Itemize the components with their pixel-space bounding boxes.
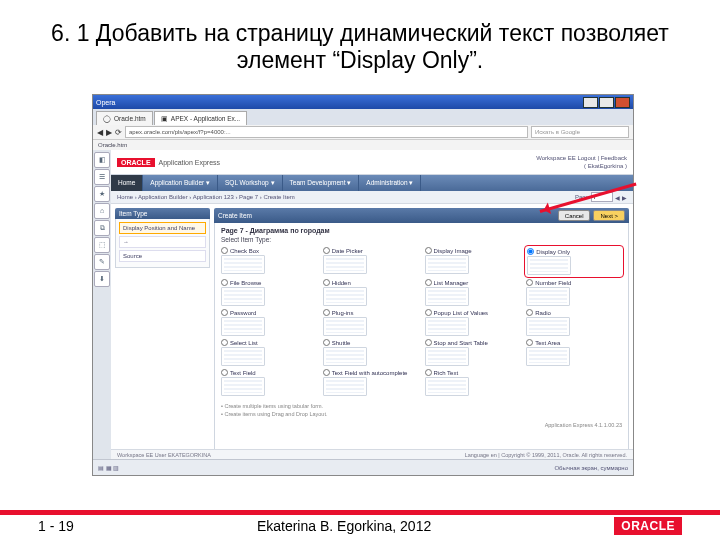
panel-icon[interactable]: ◧ <box>94 152 110 168</box>
browser-tab[interactable]: ◯Oracle.htm <box>96 111 153 125</box>
panel-icon[interactable]: ★ <box>94 186 110 202</box>
maximize-button[interactable] <box>599 97 614 108</box>
slide-title: 6. 1 Добавить на страницу динамический т… <box>0 0 720 82</box>
back-icon[interactable]: ◀ <box>97 128 103 137</box>
forward-icon[interactable]: ▶ <box>106 128 112 137</box>
panel-icon[interactable]: ⌂ <box>94 203 110 219</box>
browser-tabs: ◯Oracle.htm ▣APEX - Application Ex... <box>93 109 633 125</box>
next-page-icon[interactable]: ▶ <box>622 194 627 201</box>
wizard-main: Create Item Cancel Next > Page 7 - Диагр… <box>214 208 629 458</box>
panel-icon[interactable]: ✎ <box>94 254 110 270</box>
url-bar: ◀ ▶ ⟳ apex.oracle.com/pls/apex/f?p=4000:… <box>93 125 633 140</box>
nav-sql[interactable]: SQL Workshop ▾ <box>218 175 283 191</box>
wizard-sidebar: Item Type Display Position and Name → So… <box>115 208 210 458</box>
item-type-option[interactable]: Radio <box>526 309 622 336</box>
item-type-option[interactable]: Date Picker <box>323 247 419 276</box>
apex-header: ORACLE Application Express Workspace EE … <box>111 150 633 175</box>
search-input[interactable]: Искать в Google <box>531 126 629 138</box>
cancel-button[interactable]: Cancel <box>558 210 591 221</box>
item-type-option[interactable]: Stop and Start Table <box>425 339 521 366</box>
page-heading: Page 7 - Диаграмма по городам <box>221 227 622 234</box>
item-type-option[interactable]: Text Field with autocomplete <box>323 369 419 396</box>
panel-icon[interactable]: ⬇ <box>94 271 110 287</box>
item-type-option[interactable]: Text Field <box>221 369 317 396</box>
window-titlebar: Opera <box>93 95 633 109</box>
oracle-logo: ORACLE <box>117 158 155 167</box>
panel-icon[interactable]: ⬚ <box>94 237 110 253</box>
apex-nav: Home Application Builder ▾ SQL Workshop … <box>111 175 633 191</box>
next-button[interactable]: Next > <box>593 210 625 221</box>
item-type-option[interactable]: File Browse <box>221 279 317 306</box>
browser-statusbar: ▤ ▦ ▥ Обычная экран, суммарно <box>93 459 633 475</box>
opera-icon: ◯ <box>103 115 111 123</box>
close-button[interactable] <box>615 97 630 108</box>
page-number: 1 - 19 <box>38 518 74 534</box>
main-header: Create Item Cancel Next > <box>214 208 629 223</box>
product-name: Application Express <box>159 159 220 166</box>
oracle-footer-logo: ORACLE <box>614 517 682 535</box>
panel-icon[interactable]: ⧉ <box>94 220 110 236</box>
panel-icon[interactable]: ☰ <box>94 169 110 185</box>
wizard-step[interactable]: Display Position and Name <box>119 222 206 234</box>
item-type-option[interactable]: Rich Text <box>425 369 521 396</box>
version-text: Application Express 4.1.1.00.23 <box>221 422 622 428</box>
wizard-step[interactable]: Source <box>119 250 206 262</box>
wizard-header: Item Type <box>115 208 210 219</box>
item-type-option[interactable]: Check Box <box>221 247 317 276</box>
prev-page-icon[interactable]: ◀ <box>615 194 620 201</box>
slide-footer: 1 - 19 Ekaterina B. Egorkina, 2012 ORACL… <box>0 510 720 540</box>
item-type-option[interactable]: Password <box>221 309 317 336</box>
nav-home[interactable]: Home <box>111 175 143 191</box>
opera-sidebar: ◧ ☰ ★ ⌂ ⧉ ⬚ ✎ ⬇ <box>93 150 112 460</box>
page-icon: ▣ <box>161 115 168 123</box>
browser-name: Opera <box>96 99 115 106</box>
item-type-option[interactable]: Shuttle <box>323 339 419 366</box>
screenshot-window: Opera ◯Oracle.htm ▣APEX - Application Ex… <box>92 94 634 476</box>
item-type-option[interactable]: Display Only <box>526 247 622 276</box>
item-type-option[interactable]: Text Area <box>526 339 622 366</box>
breadcrumb[interactable]: Home › Application Builder › Application… <box>117 194 295 200</box>
welcome-text: Workspace EE Logout | Feedback ( EkatEgo… <box>536 154 627 170</box>
page-content: ORACLE Application Express Workspace EE … <box>111 150 633 460</box>
section-label: Select Item Type: <box>221 236 622 243</box>
wizard-step[interactable]: → <box>119 236 206 248</box>
item-type-option[interactable]: Plug-ins <box>323 309 419 336</box>
minimize-button[interactable] <box>583 97 598 108</box>
browser-tab[interactable]: ▣APEX - Application Ex... <box>154 111 247 125</box>
item-type-option[interactable]: Number Field <box>526 279 622 306</box>
hints: • Create multiple items using tabular fo… <box>221 402 622 418</box>
reload-icon[interactable]: ⟳ <box>115 128 122 137</box>
address-input[interactable]: apex.oracle.com/pls/apex/f?p=4000:... <box>125 126 528 138</box>
item-type-option[interactable]: Select List <box>221 339 317 366</box>
nav-app-builder[interactable]: Application Builder ▾ <box>143 175 218 191</box>
nav-admin[interactable]: Administration ▾ <box>359 175 421 191</box>
item-type-grid: Check BoxDate PickerDisplay ImageDisplay… <box>221 247 622 396</box>
author: Ekaterina B. Egorkina, 2012 <box>257 518 431 534</box>
item-type-option[interactable]: Popup List of Values <box>425 309 521 336</box>
item-type-option[interactable]: Hidden <box>323 279 419 306</box>
nav-team[interactable]: Team Development ▾ <box>283 175 360 191</box>
breadcrumb-bar: Home › Application Builder › Application… <box>111 191 633 204</box>
item-type-option[interactable]: Display Image <box>425 247 521 276</box>
item-type-option[interactable]: List Manager <box>425 279 521 306</box>
